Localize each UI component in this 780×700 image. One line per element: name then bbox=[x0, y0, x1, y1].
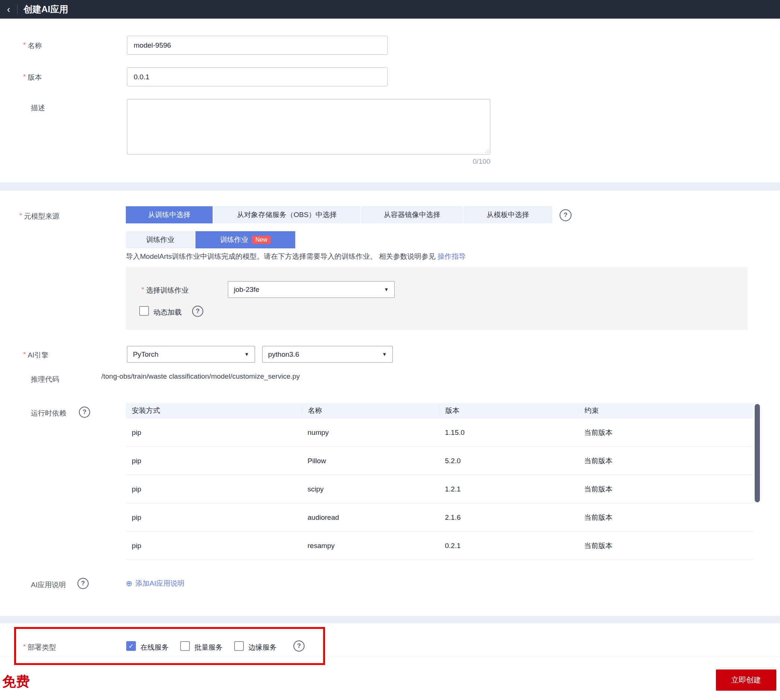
table-row: pip Pillow 5.2.0 当前版本 bbox=[126, 447, 753, 475]
import-hint: 导入ModelArts训练作业中训练完成的模型。请在下方选择需要导入的训练作业。… bbox=[126, 252, 466, 262]
col-header-name: 名称 bbox=[302, 406, 439, 415]
tab-from-container-image[interactable]: 从容器镜像中选择 bbox=[361, 206, 463, 223]
chevron-down-icon: ▼ bbox=[244, 352, 249, 357]
col-header-constraint: 约束 bbox=[578, 406, 753, 415]
dependencies-table: 安装方式 名称 版本 约束 pip numpy 1.15.0 当前版本 pip … bbox=[126, 403, 753, 560]
required-mark: * bbox=[142, 286, 144, 294]
create-now-button[interactable]: 立即创建 bbox=[716, 670, 776, 691]
operation-guide-link[interactable]: 操作指导 bbox=[437, 252, 466, 260]
tab-from-obs[interactable]: 从对象存储服务（OBS）中选择 bbox=[213, 206, 360, 223]
subtab-training-job-new[interactable]: 训练作业 New bbox=[195, 231, 295, 248]
help-icon[interactable]: ? bbox=[560, 209, 572, 221]
help-icon[interactable]: ? bbox=[192, 306, 203, 317]
page-title: 创建AI应用 bbox=[23, 3, 68, 15]
section-separator bbox=[0, 182, 780, 191]
add-circle-icon: ⊕ bbox=[126, 579, 133, 588]
row-divider bbox=[0, 656, 780, 657]
help-icon[interactable]: ? bbox=[293, 640, 305, 652]
required-mark: * bbox=[23, 643, 26, 651]
add-app-description-link[interactable]: ⊕ 添加AI应用说明 bbox=[126, 578, 185, 588]
page-header: ‹ 创建AI应用 bbox=[0, 0, 780, 18]
description-label: 描述 bbox=[31, 103, 45, 113]
help-icon[interactable]: ? bbox=[77, 578, 88, 589]
required-mark: * bbox=[19, 212, 22, 220]
tab-from-template[interactable]: 从模板中选择 bbox=[463, 206, 552, 223]
runtime-dropdown[interactable]: python3.6 ▼ bbox=[262, 346, 393, 363]
online-service-checkbox[interactable]: ✓ bbox=[126, 641, 136, 651]
col-header-version: 版本 bbox=[439, 406, 578, 415]
meta-model-source-label: * 元模型来源 bbox=[19, 212, 59, 221]
name-input[interactable]: model-9596 bbox=[127, 36, 388, 55]
table-row: pip audioread 2.1.6 当前版本 bbox=[126, 503, 753, 532]
chevron-down-icon: ▼ bbox=[382, 352, 387, 357]
help-icon[interactable]: ? bbox=[79, 407, 90, 418]
dynamic-load-checkbox[interactable] bbox=[139, 306, 149, 316]
table-row: pip resampy 0.2.1 当前版本 bbox=[126, 532, 753, 560]
free-badge: 免费 bbox=[2, 672, 30, 691]
description-char-counter: 0/100 bbox=[467, 158, 490, 166]
ai-engine-label: * AI引擎 bbox=[23, 350, 48, 360]
chevron-down-icon: ▼ bbox=[384, 287, 389, 292]
dynamic-load-label: 动态加载 bbox=[153, 308, 182, 317]
name-label: * 名称 bbox=[23, 41, 42, 51]
resize-handle-icon[interactable] bbox=[484, 148, 489, 153]
app-description-label: AI应用说明 bbox=[31, 580, 66, 590]
section-separator bbox=[0, 616, 780, 623]
training-job-panel bbox=[126, 267, 748, 330]
description-textarea[interactable] bbox=[127, 99, 490, 155]
edge-service-label: 边缘服务 bbox=[248, 643, 277, 652]
runtime-deps-label: 运行时依赖 bbox=[31, 408, 66, 418]
ai-engine-dropdown[interactable]: PyTorch ▼ bbox=[127, 346, 255, 363]
table-row: pip scipy 1.2.1 当前版本 bbox=[126, 475, 753, 503]
tab-from-training[interactable]: 从训练中选择 bbox=[126, 206, 213, 223]
version-label: * 版本 bbox=[23, 73, 42, 82]
subtab-training-job[interactable]: 训练作业 bbox=[126, 231, 195, 248]
deploy-type-label: * 部署类型 bbox=[23, 643, 56, 652]
table-row: pip numpy 1.15.0 当前版本 bbox=[126, 418, 753, 447]
check-icon: ✓ bbox=[128, 642, 134, 650]
version-input[interactable]: 0.0.1 bbox=[127, 67, 388, 87]
highlight-box bbox=[14, 627, 325, 665]
online-service-label: 在线服务 bbox=[140, 643, 169, 652]
col-header-install-method: 安装方式 bbox=[126, 406, 302, 415]
required-mark: * bbox=[23, 350, 26, 358]
back-icon[interactable]: ‹ bbox=[0, 0, 17, 18]
job-select-dropdown[interactable]: job-23fe ▼ bbox=[228, 281, 395, 298]
required-mark: * bbox=[23, 73, 26, 81]
inference-code-label: 推理代码 bbox=[31, 375, 59, 384]
new-badge: New bbox=[252, 236, 271, 244]
table-header-row: 安装方式 名称 版本 约束 bbox=[126, 403, 753, 418]
table-scrollbar[interactable] bbox=[755, 404, 760, 502]
edge-service-checkbox[interactable] bbox=[234, 641, 244, 651]
batch-service-checkbox[interactable] bbox=[180, 641, 190, 651]
inference-code-path: /tong-obs/train/waste classification/mod… bbox=[101, 372, 300, 380]
required-mark: * bbox=[23, 41, 26, 49]
create-ai-app-page: ‹ 创建AI应用 * 名称 model-9596 * 版本 0.0.1 描述 0… bbox=[0, 0, 780, 700]
batch-service-label: 批量服务 bbox=[194, 643, 223, 652]
job-select-label: * 选择训练作业 bbox=[142, 286, 188, 295]
